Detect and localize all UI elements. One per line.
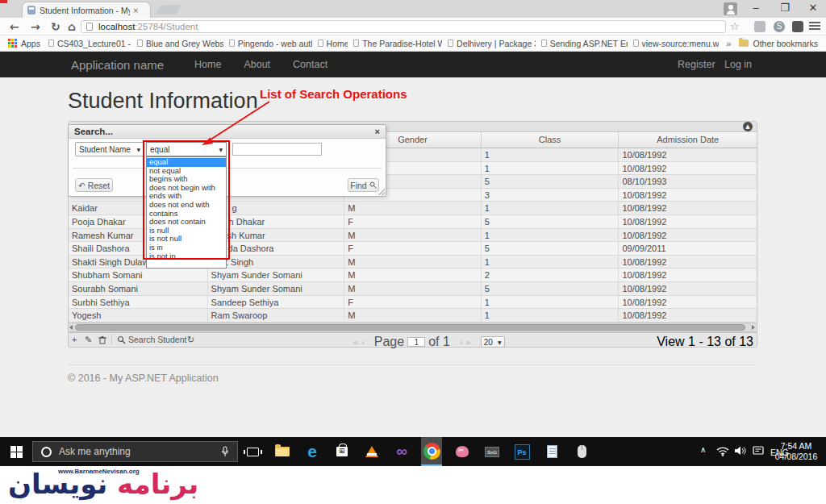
scroll-right-icon[interactable] xyxy=(752,325,755,330)
task-view-button[interactable] xyxy=(242,441,263,462)
annotation-text: List of Search Operations xyxy=(260,87,407,101)
grid-collapse-icon[interactable]: ▲ xyxy=(743,122,753,131)
first-page-icon[interactable]: « xyxy=(353,337,358,347)
browser-tab[interactable]: Student Information - My × xyxy=(22,2,151,18)
address-bar[interactable]: localhost:25784/Student xyxy=(81,20,726,33)
table-cell: Shyam Sunder Somani xyxy=(208,269,345,281)
bookmark-label: Delhivery | Package 3 xyxy=(457,39,536,48)
microphone-icon[interactable] xyxy=(221,446,229,457)
taskbar-search-box[interactable]: Ask me anything xyxy=(32,441,238,462)
extension-icon[interactable] xyxy=(754,21,766,32)
action-center-icon[interactable] xyxy=(753,446,764,456)
bookmark-item[interactable]: Blue and Grey Websit xyxy=(137,39,223,48)
table-row[interactable]: Surbhi SethiyaSandeep SethiyaF110/08/199… xyxy=(69,296,757,310)
bookmark-item[interactable]: Home xyxy=(318,39,348,48)
bookmarks-list: CS403_Lecture01 - YoBlue and Grey Websit… xyxy=(48,39,724,48)
screenshot-tool-icon[interactable] xyxy=(452,441,473,462)
dialog-resize-handle[interactable] xyxy=(378,188,385,195)
taskbar-clock[interactable]: 7:54 AM 04/08/2016 xyxy=(771,441,821,462)
home-icon[interactable]: ⌂ xyxy=(68,20,76,33)
last-page-icon[interactable]: » xyxy=(466,337,471,347)
windows-store-icon[interactable] xyxy=(332,441,353,462)
tray-chevron-icon[interactable]: ∧ xyxy=(700,445,706,454)
back-icon[interactable]: ← xyxy=(10,20,19,33)
table-row[interactable]: YogeshRam SwaroopM110/08/1992 xyxy=(69,309,757,323)
table-cell: F xyxy=(344,215,482,228)
bookmark-item[interactable]: view-source:menu.wa xyxy=(633,39,720,48)
table-row[interactable]: Sourabh SomaniShyam Sunder SomaniM510/08… xyxy=(69,282,757,296)
find-button[interactable]: Find xyxy=(348,178,379,192)
taskbar-search-placeholder: Ask me anything xyxy=(59,446,221,457)
window-maximize-button[interactable]: ❐ xyxy=(773,0,797,16)
table-cell: 3 xyxy=(482,189,620,202)
column-header[interactable]: Admission Date xyxy=(619,132,757,148)
bookmarks-overflow-icon[interactable]: » xyxy=(726,39,731,48)
add-record-icon[interactable]: + xyxy=(72,335,77,344)
table-cell: 10/08/1992 xyxy=(619,229,757,242)
next-page-icon[interactable]: › xyxy=(460,337,463,347)
search-icon[interactable] xyxy=(117,335,126,344)
vlc-icon[interactable] xyxy=(361,441,382,462)
register-link[interactable]: Register xyxy=(678,59,715,70)
nav-link-contact[interactable]: Contact xyxy=(293,59,327,70)
window-close-button[interactable]: ✕ xyxy=(801,0,825,16)
table-cell: F xyxy=(344,242,482,255)
apps-grid-icon[interactable] xyxy=(8,39,17,48)
navbar-brand[interactable]: Application name xyxy=(71,58,164,72)
table-cell: Sandeep Sethiya xyxy=(208,296,345,309)
page-size-select[interactable]: 20▼ xyxy=(481,336,505,348)
nav-link-home[interactable]: Home xyxy=(194,59,221,70)
mouse-tool-icon[interactable] xyxy=(571,441,592,462)
other-bookmarks-label: Other bookmarks xyxy=(753,39,818,48)
delete-record-icon[interactable] xyxy=(98,335,106,344)
search-field-select[interactable]: Student Name▼ xyxy=(75,142,144,156)
bookmark-star-icon[interactable]: ☆ xyxy=(730,20,740,32)
tab-favicon-icon xyxy=(27,6,35,15)
bookmark-item[interactable]: Delhivery | Package 3 xyxy=(448,39,536,48)
table-cell: Shubham Somani xyxy=(69,269,208,281)
scroll-left-icon[interactable] xyxy=(69,325,73,330)
table-cell: 1 xyxy=(482,148,620,161)
column-header[interactable]: Class xyxy=(482,132,620,148)
nav-link-about[interactable]: About xyxy=(244,59,270,70)
reload-grid-icon[interactable]: ↻ xyxy=(187,335,194,345)
prev-page-icon[interactable]: ‹ xyxy=(361,337,365,347)
other-bookmarks-button[interactable]: Other bookmarks xyxy=(739,39,818,48)
forward-icon[interactable]: → xyxy=(31,20,40,33)
table-cell: Yogesh xyxy=(69,309,208,322)
chrome-taskbar-icon[interactable] xyxy=(421,437,442,466)
dialog-close-icon[interactable]: × xyxy=(375,127,380,136)
bookmark-item[interactable]: The Paradise-Hotel W xyxy=(353,39,442,48)
apps-label[interactable]: Apps xyxy=(21,39,40,48)
file-explorer-icon[interactable] xyxy=(272,441,293,462)
page-number-input[interactable] xyxy=(407,337,425,347)
edit-record-icon[interactable]: ✎ xyxy=(85,335,92,345)
reset-button[interactable]: ↶Reset xyxy=(75,178,113,192)
wifi-icon[interactable] xyxy=(716,446,729,456)
page-icon xyxy=(86,23,93,31)
edge-icon[interactable]: e xyxy=(302,441,323,462)
visual-studio-icon[interactable]: ∞ xyxy=(391,441,412,462)
chrome-menu-icon[interactable] xyxy=(809,22,820,23)
cortana-icon xyxy=(41,447,52,457)
search-student-label[interactable]: Search Student xyxy=(128,335,186,344)
bookmark-item[interactable]: CS403_Lecture01 - Yo xyxy=(48,39,131,48)
bookmark-item[interactable]: Pingendo - web auth xyxy=(229,39,312,48)
skype-extension-icon[interactable]: S xyxy=(774,21,785,32)
photoshop-icon[interactable]: Ps xyxy=(511,441,532,462)
volume-icon[interactable] xyxy=(735,446,746,456)
extension2-icon[interactable] xyxy=(792,21,803,32)
start-button[interactable] xyxy=(10,446,23,458)
refresh-icon[interactable]: ↻ xyxy=(51,20,60,33)
page-icon xyxy=(229,40,235,47)
bookmark-item[interactable]: Sending ASP.NET Em xyxy=(541,39,628,48)
snagit-icon[interactable]: SnG xyxy=(482,441,503,462)
table-cell: Shyam Sunder Somani xyxy=(208,282,345,295)
tab-close-icon[interactable]: × xyxy=(133,6,138,15)
window-minimize-button[interactable]: – xyxy=(744,0,768,16)
scroll-thumb[interactable] xyxy=(75,324,745,331)
table-row[interactable]: Shubham SomaniShyam Sunder SomaniM210/08… xyxy=(69,269,757,282)
profile-avatar[interactable] xyxy=(724,2,737,15)
notepad-icon[interactable] xyxy=(541,441,562,462)
login-link[interactable]: Log in xyxy=(724,59,752,70)
